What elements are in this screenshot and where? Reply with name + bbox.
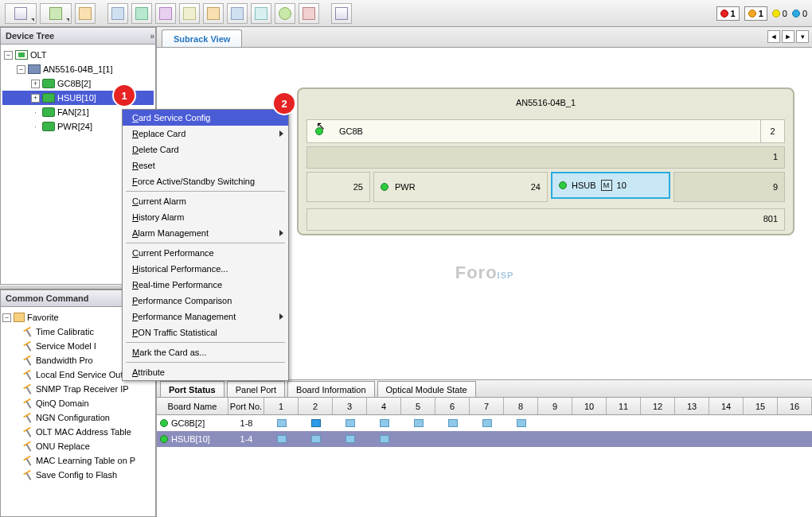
menu-item[interactable]: Replace Card — [123, 126, 288, 142]
favorite-item[interactable]: NGN Configuration — [2, 410, 154, 425]
col-port[interactable]: 4 — [367, 398, 401, 414]
toolbar-btn-3[interactable] — [75, 3, 96, 24]
collapse-icon[interactable]: » — [150, 32, 152, 41]
port-icon — [345, 435, 355, 443]
alarm-warning[interactable]: 0 — [792, 9, 807, 18]
tree-root-olt[interactable]: − OLT — [2, 48, 154, 62]
favorite-item[interactable]: MAC Learning Table on P — [2, 453, 154, 468]
col-port[interactable]: 5 — [401, 398, 435, 414]
alarm-critical[interactable]: 1 — [716, 6, 740, 21]
col-port[interactable]: 7 — [470, 398, 504, 414]
toolbar-btn-12[interactable] — [299, 3, 319, 24]
expand-toggle[interactable]: − — [17, 65, 25, 74]
menu-item[interactable]: Card Service Config — [123, 110, 288, 126]
favorite-item[interactable]: SNMP Trap Receiver IP — [2, 382, 154, 396]
toolbar-btn-1[interactable] — [5, 3, 37, 24]
favorite-item[interactable]: QinQ Domain — [2, 396, 154, 410]
menu-item[interactable]: Current Alarm — [123, 193, 288, 209]
expand-toggle[interactable]: − — [2, 313, 11, 322]
menu-item[interactable]: PON Traffic Statistical — [123, 325, 288, 340]
toolbar-btn-13[interactable] — [331, 3, 352, 24]
toolbar-btn-9[interactable] — [227, 3, 248, 24]
toolbar-btn-4[interactable] — [107, 3, 128, 24]
tab-optical-module[interactable]: Optical Module State — [377, 381, 476, 397]
menu-item[interactable]: Performance Comparison — [123, 293, 288, 309]
port-cell[interactable] — [299, 415, 333, 431]
slot-pwr[interactable]: PWR24 — [373, 172, 548, 202]
tab-panel-port[interactable]: Panel Port — [227, 381, 285, 397]
col-port[interactable]: 13 — [675, 398, 709, 414]
toolbar-btn-10[interactable] — [251, 3, 271, 24]
col-port[interactable]: 3 — [333, 398, 367, 414]
tab-board-info[interactable]: Board Information — [287, 381, 374, 397]
port-cell[interactable] — [333, 415, 367, 431]
slot-gc8b[interactable]: GC8B2 — [306, 119, 785, 143]
tab-prev-button[interactable]: ◄ — [767, 30, 780, 43]
port-cell[interactable] — [470, 415, 504, 431]
port-cell[interactable] — [264, 431, 299, 447]
menu-item[interactable]: Delete Card — [123, 142, 288, 157]
tab-next-button[interactable]: ► — [782, 30, 794, 43]
favorite-item[interactable]: Save Config to Flash — [2, 468, 154, 482]
favorite-item[interactable]: OLT MAC Address Table — [2, 425, 154, 439]
tab-subrack-view[interactable]: Subrack View — [162, 29, 242, 47]
col-port[interactable]: 15 — [744, 398, 778, 414]
toolbar-btn-2[interactable] — [40, 3, 72, 24]
expand-toggle[interactable]: + — [31, 94, 40, 103]
col-port[interactable]: 16 — [778, 398, 812, 414]
menu-item[interactable]: Mark the Card as... — [123, 344, 288, 360]
col-port[interactable]: 10 — [572, 398, 607, 414]
col-port[interactable]: 11 — [607, 398, 641, 414]
port-cell[interactable] — [264, 415, 299, 431]
col-port-no[interactable]: Port No. — [228, 398, 264, 414]
col-port[interactable]: 9 — [538, 398, 572, 414]
port-cell[interactable] — [435, 415, 470, 431]
toolbar-btn-6[interactable] — [155, 3, 176, 24]
port-table-row[interactable]: HSUB[10]1-4 — [157, 431, 812, 447]
col-port[interactable]: 6 — [435, 398, 470, 414]
menu-item[interactable]: Attribute — [123, 364, 288, 380]
menu-item[interactable]: Alarm Management — [123, 225, 288, 241]
toolbar-btn-8[interactable] — [203, 3, 224, 24]
favorite-item[interactable]: ONU Replace — [2, 439, 154, 453]
master-badge: M — [601, 180, 612, 191]
col-port[interactable]: 8 — [504, 398, 538, 414]
slot-hsub[interactable]: HSUBM10 — [551, 172, 670, 199]
expand-toggle[interactable]: + — [31, 80, 40, 88]
port-cell[interactable] — [299, 431, 333, 447]
slot-backplane[interactable]: 801 — [306, 208, 785, 231]
expand-toggle[interactable]: − — [4, 51, 13, 60]
menu-item[interactable]: Historical Performance... — [123, 261, 288, 277]
menu-item[interactable]: Current Performance — [123, 245, 288, 261]
toolbar-btn-7[interactable] — [179, 3, 200, 24]
slot-empty-9[interactable]: 9 — [673, 172, 785, 202]
col-port[interactable]: 1 — [264, 398, 299, 414]
col-port[interactable]: 12 — [641, 398, 675, 414]
tree-shelf[interactable]: − AN5516-04B_1[1] — [2, 62, 154, 76]
slot-empty-1[interactable]: 1 — [306, 146, 785, 169]
port-cell[interactable] — [367, 431, 401, 447]
port-cell[interactable] — [333, 431, 367, 447]
col-port[interactable]: 2 — [299, 398, 333, 414]
callout-2: 2 — [274, 93, 295, 114]
toolbar-btn-11[interactable] — [275, 3, 295, 24]
port-table-row[interactable]: GC8B[2]1-8 — [157, 415, 812, 431]
tab-port-status[interactable]: Port Status — [160, 381, 224, 397]
menu-item[interactable]: Reset — [123, 157, 288, 173]
slot-fan[interactable]: 25 — [306, 172, 370, 202]
menu-item[interactable]: History Alarm — [123, 209, 288, 225]
status-led-icon — [315, 127, 323, 135]
col-board-name[interactable]: Board Name — [157, 398, 228, 414]
col-port[interactable]: 14 — [709, 398, 744, 414]
wrench-icon — [21, 369, 33, 380]
alarm-major[interactable]: 1 — [744, 6, 767, 21]
alarm-minor[interactable]: 0 — [772, 9, 787, 18]
tab-list-button[interactable]: ▾ — [796, 30, 809, 43]
menu-item[interactable]: Real-time Performance — [123, 277, 288, 293]
menu-item[interactable]: Performance Management — [123, 309, 288, 325]
menu-item[interactable]: Force Active/Standby Switching — [123, 173, 288, 189]
toolbar-btn-5[interactable] — [131, 3, 152, 24]
port-cell[interactable] — [401, 415, 435, 431]
port-cell[interactable] — [367, 415, 401, 431]
port-cell[interactable] — [504, 415, 538, 431]
